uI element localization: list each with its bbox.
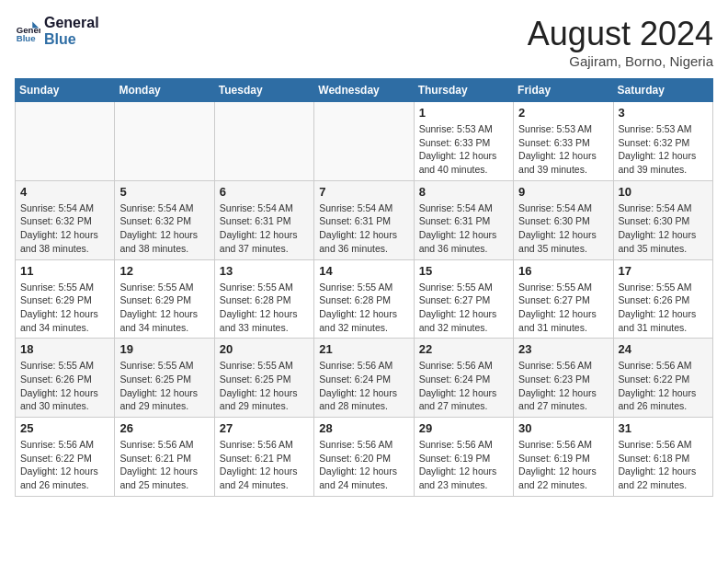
day-number: 11 — [20, 264, 109, 278]
day-info: Sunrise: 5:54 AM Sunset: 6:32 PM Dayligh… — [20, 201, 109, 256]
day-number: 31 — [619, 421, 708, 435]
day-info: Sunrise: 5:54 AM Sunset: 6:31 PM Dayligh… — [220, 201, 309, 256]
calendar-cell: 26Sunrise: 5:56 AM Sunset: 6:21 PM Dayli… — [115, 418, 214, 497]
day-info: Sunrise: 5:53 AM Sunset: 6:33 PM Dayligh… — [419, 122, 508, 177]
weekday-header: Friday — [514, 79, 613, 102]
day-number: 6 — [220, 185, 309, 199]
calendar-cell: 22Sunrise: 5:56 AM Sunset: 6:24 PM Dayli… — [414, 339, 513, 418]
day-info: Sunrise: 5:55 AM Sunset: 6:28 PM Dayligh… — [220, 281, 309, 335]
svg-text:Blue: Blue — [17, 32, 36, 42]
calendar-cell: 4Sunrise: 5:54 AM Sunset: 6:32 PM Daylig… — [16, 180, 115, 259]
calendar-cell: 23Sunrise: 5:56 AM Sunset: 6:23 PM Dayli… — [514, 339, 613, 418]
day-number: 14 — [319, 264, 408, 278]
day-number: 26 — [119, 421, 209, 435]
calendar-cell — [115, 102, 214, 181]
calendar-cell: 18Sunrise: 5:55 AM Sunset: 6:26 PM Dayli… — [16, 339, 115, 418]
calendar-cell: 5Sunrise: 5:54 AM Sunset: 6:32 PM Daylig… — [115, 180, 214, 259]
calendar-cell: 14Sunrise: 5:55 AM Sunset: 6:28 PM Dayli… — [314, 259, 414, 339]
day-number: 4 — [20, 185, 109, 199]
logo: General Blue General Blue — [15, 15, 99, 47]
day-info: Sunrise: 5:56 AM Sunset: 6:20 PM Dayligh… — [319, 438, 408, 492]
day-info: Sunrise: 5:55 AM Sunset: 6:26 PM Dayligh… — [20, 359, 109, 413]
calendar-cell: 10Sunrise: 5:54 AM Sunset: 6:30 PM Dayli… — [613, 180, 712, 259]
day-info: Sunrise: 5:55 AM Sunset: 6:29 PM Dayligh… — [20, 281, 109, 335]
calendar-cell: 31Sunrise: 5:56 AM Sunset: 6:18 PM Dayli… — [613, 418, 712, 497]
weekday-header: Sunday — [16, 79, 115, 102]
page-header: General Blue General Blue August 2024 Ga… — [15, 15, 713, 69]
day-info: Sunrise: 5:55 AM Sunset: 6:25 PM Dayligh… — [119, 359, 209, 413]
calendar-cell: 30Sunrise: 5:56 AM Sunset: 6:19 PM Dayli… — [514, 418, 613, 497]
calendar-week-row: 11Sunrise: 5:55 AM Sunset: 6:29 PM Dayli… — [16, 259, 713, 339]
calendar-week-row: 4Sunrise: 5:54 AM Sunset: 6:32 PM Daylig… — [16, 180, 713, 259]
month-year-title: August 2024 — [528, 15, 713, 53]
weekday-header-row: SundayMondayTuesdayWednesdayThursdayFrid… — [16, 79, 713, 102]
calendar-table: SundayMondayTuesdayWednesdayThursdayFrid… — [15, 78, 713, 497]
calendar-cell: 16Sunrise: 5:55 AM Sunset: 6:27 PM Dayli… — [514, 259, 613, 339]
calendar-cell: 17Sunrise: 5:55 AM Sunset: 6:26 PM Dayli… — [613, 259, 712, 339]
day-number: 12 — [119, 264, 209, 278]
calendar-cell: 13Sunrise: 5:55 AM Sunset: 6:28 PM Dayli… — [214, 259, 313, 339]
logo-text-line1: General — [44, 15, 99, 31]
day-number: 16 — [518, 264, 608, 278]
day-number: 25 — [20, 421, 109, 435]
day-number: 30 — [518, 421, 608, 435]
day-info: Sunrise: 5:54 AM Sunset: 6:31 PM Dayligh… — [419, 201, 508, 256]
day-number: 23 — [518, 342, 608, 356]
day-info: Sunrise: 5:55 AM Sunset: 6:27 PM Dayligh… — [518, 281, 608, 335]
weekday-header: Saturday — [613, 79, 712, 102]
day-number: 13 — [220, 264, 309, 278]
day-number: 3 — [619, 106, 708, 120]
day-number: 17 — [619, 264, 708, 278]
day-number: 19 — [119, 342, 209, 356]
day-number: 9 — [518, 185, 608, 199]
calendar-cell: 3Sunrise: 5:53 AM Sunset: 6:32 PM Daylig… — [613, 102, 712, 181]
day-info: Sunrise: 5:56 AM Sunset: 6:24 PM Dayligh… — [419, 359, 508, 413]
day-info: Sunrise: 5:54 AM Sunset: 6:31 PM Dayligh… — [319, 201, 408, 256]
calendar-cell: 24Sunrise: 5:56 AM Sunset: 6:22 PM Dayli… — [613, 339, 712, 418]
day-info: Sunrise: 5:54 AM Sunset: 6:32 PM Dayligh… — [119, 201, 209, 256]
calendar-cell: 1Sunrise: 5:53 AM Sunset: 6:33 PM Daylig… — [414, 102, 513, 181]
day-info: Sunrise: 5:55 AM Sunset: 6:27 PM Dayligh… — [419, 281, 508, 335]
day-info: Sunrise: 5:56 AM Sunset: 6:24 PM Dayligh… — [319, 359, 408, 413]
calendar-cell: 19Sunrise: 5:55 AM Sunset: 6:25 PM Dayli… — [115, 339, 214, 418]
calendar-week-row: 25Sunrise: 5:56 AM Sunset: 6:22 PM Dayli… — [16, 418, 713, 497]
day-number: 5 — [119, 185, 209, 199]
calendar-week-row: 18Sunrise: 5:55 AM Sunset: 6:26 PM Dayli… — [16, 339, 713, 418]
day-number: 8 — [419, 185, 508, 199]
calendar-cell — [214, 102, 313, 181]
calendar-cell: 27Sunrise: 5:56 AM Sunset: 6:21 PM Dayli… — [214, 418, 313, 497]
day-number: 2 — [518, 106, 608, 120]
location-subtitle: Gajiram, Borno, Nigeria — [528, 53, 713, 69]
calendar-cell: 2Sunrise: 5:53 AM Sunset: 6:33 PM Daylig… — [514, 102, 613, 181]
day-number: 15 — [419, 264, 508, 278]
day-info: Sunrise: 5:56 AM Sunset: 6:21 PM Dayligh… — [220, 438, 309, 492]
day-number: 21 — [319, 342, 408, 356]
calendar-cell: 7Sunrise: 5:54 AM Sunset: 6:31 PM Daylig… — [314, 180, 414, 259]
weekday-header: Monday — [115, 79, 214, 102]
day-number: 10 — [619, 185, 708, 199]
weekday-header: Tuesday — [214, 79, 313, 102]
day-info: Sunrise: 5:56 AM Sunset: 6:22 PM Dayligh… — [619, 359, 708, 413]
calendar-cell: 11Sunrise: 5:55 AM Sunset: 6:29 PM Dayli… — [16, 259, 115, 339]
calendar-cell: 8Sunrise: 5:54 AM Sunset: 6:31 PM Daylig… — [414, 180, 513, 259]
day-info: Sunrise: 5:53 AM Sunset: 6:32 PM Dayligh… — [619, 122, 708, 177]
day-info: Sunrise: 5:55 AM Sunset: 6:29 PM Dayligh… — [119, 281, 209, 335]
weekday-header: Wednesday — [314, 79, 414, 102]
calendar-cell: 28Sunrise: 5:56 AM Sunset: 6:20 PM Dayli… — [314, 418, 414, 497]
day-number: 24 — [619, 342, 708, 356]
day-info: Sunrise: 5:56 AM Sunset: 6:19 PM Dayligh… — [518, 438, 608, 492]
day-number: 7 — [319, 185, 408, 199]
day-number: 29 — [419, 421, 508, 435]
title-block: August 2024 Gajiram, Borno, Nigeria — [528, 15, 713, 69]
day-info: Sunrise: 5:56 AM Sunset: 6:23 PM Dayligh… — [518, 359, 608, 413]
day-number: 22 — [419, 342, 508, 356]
day-info: Sunrise: 5:55 AM Sunset: 6:25 PM Dayligh… — [220, 359, 309, 413]
day-info: Sunrise: 5:56 AM Sunset: 6:22 PM Dayligh… — [20, 438, 109, 492]
day-number: 1 — [419, 106, 508, 120]
weekday-header: Thursday — [414, 79, 513, 102]
day-number: 27 — [220, 421, 309, 435]
day-number: 18 — [20, 342, 109, 356]
calendar-week-row: 1Sunrise: 5:53 AM Sunset: 6:33 PM Daylig… — [16, 102, 713, 181]
calendar-cell: 21Sunrise: 5:56 AM Sunset: 6:24 PM Dayli… — [314, 339, 414, 418]
calendar-cell: 9Sunrise: 5:54 AM Sunset: 6:30 PM Daylig… — [514, 180, 613, 259]
